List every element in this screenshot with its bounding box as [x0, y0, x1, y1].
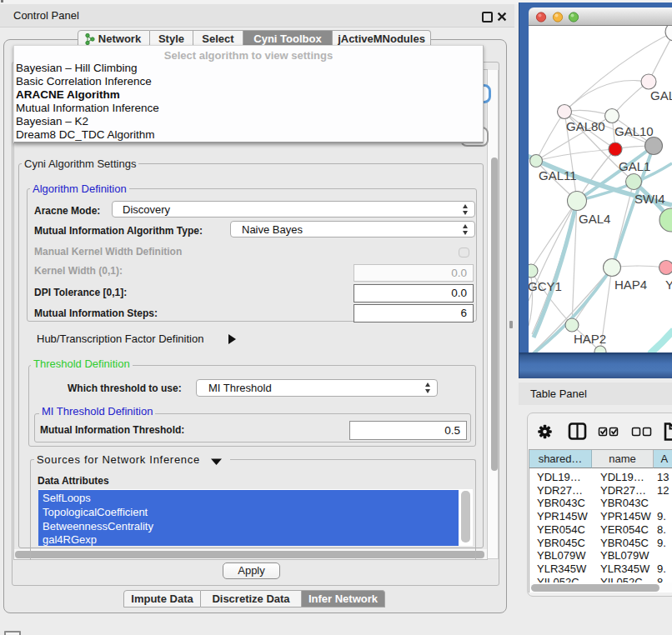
svg-text:GCY1: GCY1 — [529, 279, 562, 293]
svg-text:GAL4: GAL4 — [579, 212, 610, 226]
svg-text:HAP4: HAP4 — [614, 278, 647, 292]
svg-text:GAL7: GAL7 — [650, 88, 672, 102]
svg-text:GAL11: GAL11 — [539, 168, 577, 182]
svg-text:GAL10: GAL10 — [614, 124, 654, 138]
svg-text:Y: Y — [665, 278, 672, 292]
svg-text:SWI4: SWI4 — [634, 192, 665, 206]
svg-text:GAL1: GAL1 — [619, 159, 650, 173]
svg-text:HAP2: HAP2 — [574, 332, 606, 346]
svg-text:GAL80: GAL80 — [566, 119, 605, 133]
